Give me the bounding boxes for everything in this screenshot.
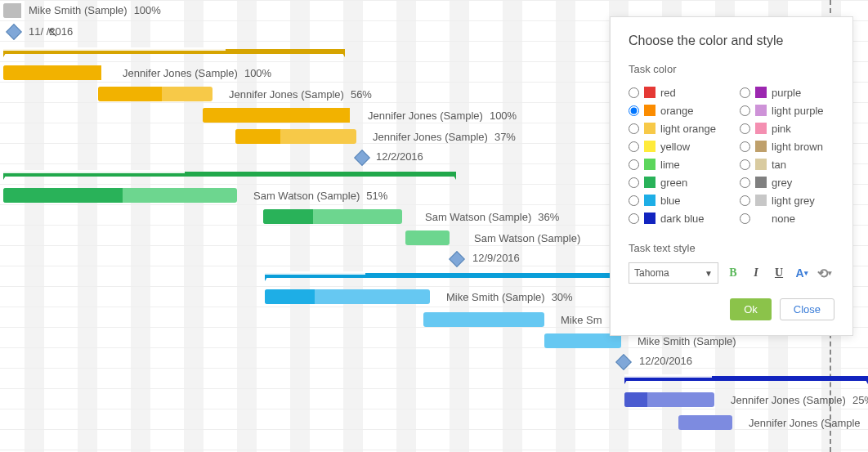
clear-format-button[interactable]: ⟲▾ — [817, 265, 833, 281]
task-bar[interactable] — [3, 188, 237, 203]
color-swatch — [755, 87, 767, 98]
color-swatch — [644, 105, 655, 116]
color-option-blue[interactable]: blue — [629, 191, 723, 209]
color-option-light-orange[interactable]: light orange — [629, 119, 723, 137]
summary-bar[interactable] — [3, 49, 345, 57]
task-bar[interactable] — [678, 415, 732, 430]
chevron-down-icon: ▼ — [705, 269, 713, 278]
close-button[interactable]: Close — [780, 298, 834, 320]
task-label: Jennifer Jones (Sample)100% — [368, 110, 517, 122]
task-bar[interactable] — [203, 108, 350, 123]
task-label: Jennifer Jones (Sample)100% — [123, 67, 271, 79]
color-option-tan[interactable]: tan — [740, 155, 834, 173]
task-label: Jennifer Jones (Sample — [749, 417, 861, 429]
underline-button[interactable]: U — [771, 265, 787, 281]
font-color-button[interactable]: A▾ — [794, 265, 810, 281]
color-option-grey[interactable]: grey — [740, 173, 834, 191]
task-label: Jennifer Jones (Sample)56% — [229, 88, 372, 101]
milestone-date: 12/20/2016 — [639, 355, 692, 367]
color-option-dark-blue[interactable]: dark blue — [629, 209, 723, 227]
color-swatch — [644, 141, 655, 152]
color-swatch — [755, 141, 767, 152]
milestone-date: 11/ /2016 — [29, 25, 73, 38]
ok-button[interactable]: Ok — [730, 298, 772, 320]
task-bar[interactable] — [265, 289, 430, 304]
color-swatch — [755, 159, 767, 170]
color-option-pink[interactable]: pink — [740, 119, 834, 137]
color-swatch — [644, 177, 655, 188]
task-bar[interactable] — [3, 65, 101, 80]
summary-bar[interactable] — [265, 273, 623, 281]
task-bar[interactable] — [98, 87, 213, 101]
color-swatch — [755, 177, 767, 188]
task-bar[interactable] — [624, 392, 714, 407]
color-swatch — [644, 159, 655, 170]
color-swatch — [644, 123, 655, 134]
color-swatch — [755, 105, 767, 116]
color-option-yellow[interactable]: yellow — [629, 137, 723, 155]
color-option-red[interactable]: red — [629, 83, 723, 101]
color-option-purple[interactable]: purple — [740, 83, 834, 101]
summary-bar[interactable] — [3, 172, 456, 180]
task-color-label: Task color — [629, 63, 834, 75]
task-label: Mike Sm — [561, 314, 602, 326]
task-label: Sam Watson (Sample)36% — [425, 211, 559, 223]
task-bar[interactable] — [3, 3, 21, 18]
task-label: Sam Watson (Sample)51% — [253, 190, 387, 202]
milestone-date: 12/9/2016 — [472, 252, 520, 264]
milestone-date: 12/2/2016 — [376, 150, 423, 163]
font-select[interactable]: Tahoma ▼ — [629, 262, 718, 284]
task-bar[interactable] — [263, 209, 402, 224]
task-bar[interactable] — [423, 312, 544, 327]
task-label: Mike Smith (Sample)100% — [29, 4, 161, 16]
color-swatch — [755, 195, 767, 206]
task-label: Mike Smith (Sample) — [638, 335, 736, 347]
task-bar[interactable] — [235, 129, 356, 144]
color-option-light-purple[interactable]: light purple — [740, 101, 834, 119]
task-label: Sam Watson (Sample) — [474, 232, 580, 244]
task-label: Jennifer Jones (Sample)37% — [373, 131, 516, 143]
italic-button[interactable]: I — [748, 265, 764, 281]
task-label: Mike Smith (Sample)30% — [446, 291, 573, 303]
task-label: Jennifer Jones (Sample)25% — [731, 394, 868, 406]
color-swatch — [644, 213, 655, 224]
color-option-lime[interactable]: lime — [629, 155, 723, 173]
color-swatch — [755, 123, 767, 134]
style-dialog: Choose the color and style Task color re… — [610, 16, 853, 336]
bold-button[interactable]: B — [725, 265, 741, 281]
color-swatch — [755, 213, 767, 224]
text-style-label: Task text style — [629, 242, 834, 254]
color-option-none[interactable]: none — [740, 209, 834, 227]
color-option-light-brown[interactable]: light brown — [740, 137, 834, 155]
color-swatch — [644, 87, 655, 98]
dialog-title: Choose the color and style — [629, 34, 834, 48]
summary-bar[interactable] — [624, 376, 868, 384]
task-bar[interactable] — [405, 230, 450, 245]
color-option-green[interactable]: green — [629, 173, 723, 191]
color-option-light-grey[interactable]: light grey — [740, 191, 834, 209]
color-swatch — [644, 195, 655, 206]
color-option-orange[interactable]: orange — [629, 101, 723, 119]
